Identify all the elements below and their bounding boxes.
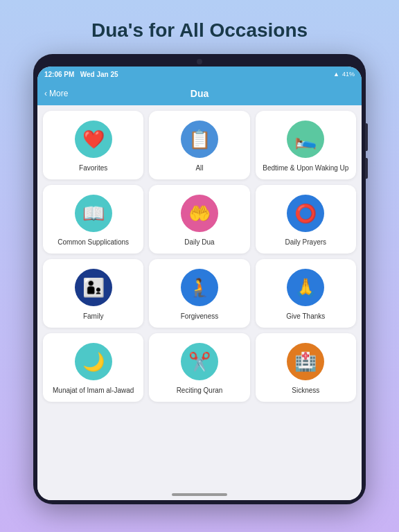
grid-item-sickness[interactable]: 🏥Sickness (256, 333, 356, 402)
munajat-icon: 🌙 (75, 343, 112, 380)
common-label: Common Supplications (57, 238, 129, 247)
reciting-quran-label: Reciting Quran (177, 386, 223, 395)
navigation-bar: ‹ More Dua (37, 82, 362, 105)
give-thanks-label: Give Thanks (286, 312, 325, 321)
daily-dua-label: Daily Dua (184, 238, 214, 247)
favorites-icon: ❤️ (75, 121, 112, 158)
device-frame: 12:06 PM Wed Jan 25 ▲ 41% ‹ More Dua ❤️F… (33, 54, 366, 504)
side-button-mid (365, 158, 368, 179)
home-indicator (172, 493, 227, 496)
grid-item-all[interactable]: 📋All (149, 111, 249, 179)
common-icon: 📖 (75, 195, 112, 232)
status-time: 12:06 PM Wed Jan 25 (44, 71, 118, 78)
grid-item-daily-prayers[interactable]: ⭕Daily Prayers (256, 185, 356, 254)
page-title: Dua's for All Occasions (91, 19, 308, 42)
bottom-bar (37, 489, 362, 500)
category-grid: ❤️Favorites📋All🛌Bedtime & Upon Waking Up… (43, 111, 356, 402)
device-screen: 12:06 PM Wed Jan 25 ▲ 41% ‹ More Dua ❤️F… (37, 66, 362, 500)
grid-item-forgiveness[interactable]: 🧎Forgiveness (149, 259, 249, 328)
sickness-icon: 🏥 (287, 343, 324, 380)
forgiveness-label: Forgiveness (181, 312, 218, 321)
status-bar: 12:06 PM Wed Jan 25 ▲ 41% (37, 66, 362, 82)
status-icons: ▲ 41% (333, 71, 355, 78)
family-icon: 👨‍👦 (75, 269, 112, 306)
sickness-label: Sickness (292, 386, 319, 395)
grid-container: ❤️Favorites📋All🛌Bedtime & Upon Waking Up… (37, 105, 362, 489)
nav-title: Dua (190, 88, 209, 99)
daily-dua-icon: 🤲 (181, 195, 218, 232)
forgiveness-icon: 🧎 (181, 269, 218, 306)
grid-item-give-thanks[interactable]: 🙏Give Thanks (256, 259, 356, 328)
all-label: All (195, 163, 203, 172)
back-button[interactable]: ‹ More (44, 89, 68, 98)
wifi-icon: ▲ (333, 71, 339, 78)
device-notch (37, 58, 362, 65)
all-icon: 📋 (181, 121, 218, 158)
bedtime-label: Bedtime & Upon Waking Up (263, 163, 348, 172)
grid-item-daily-dua[interactable]: 🤲Daily Dua (149, 185, 249, 254)
back-label: More (49, 89, 68, 98)
grid-item-bedtime[interactable]: 🛌Bedtime & Upon Waking Up (256, 111, 356, 179)
daily-prayers-label: Daily Prayers (285, 238, 326, 247)
chevron-left-icon: ‹ (44, 89, 47, 98)
reciting-quran-icon: ✂️ (181, 343, 218, 380)
device-camera (197, 59, 202, 64)
daily-prayers-icon: ⭕ (287, 195, 324, 232)
battery-icon: 41% (342, 71, 355, 78)
munajat-label: Munajat of Imam al-Jawad (53, 386, 134, 395)
grid-item-family[interactable]: 👨‍👦Family (43, 259, 143, 328)
side-button-top (365, 123, 368, 151)
grid-item-reciting-quran[interactable]: ✂️Reciting Quran (149, 333, 249, 402)
bedtime-icon: 🛌 (287, 121, 324, 158)
grid-item-common[interactable]: 📖Common Supplications (43, 185, 143, 254)
family-label: Family (83, 312, 103, 321)
grid-item-munajat[interactable]: 🌙Munajat of Imam al-Jawad (43, 333, 143, 402)
grid-item-favorites[interactable]: ❤️Favorites (43, 111, 143, 179)
give-thanks-icon: 🙏 (287, 269, 324, 306)
favorites-label: Favorites (79, 163, 107, 172)
